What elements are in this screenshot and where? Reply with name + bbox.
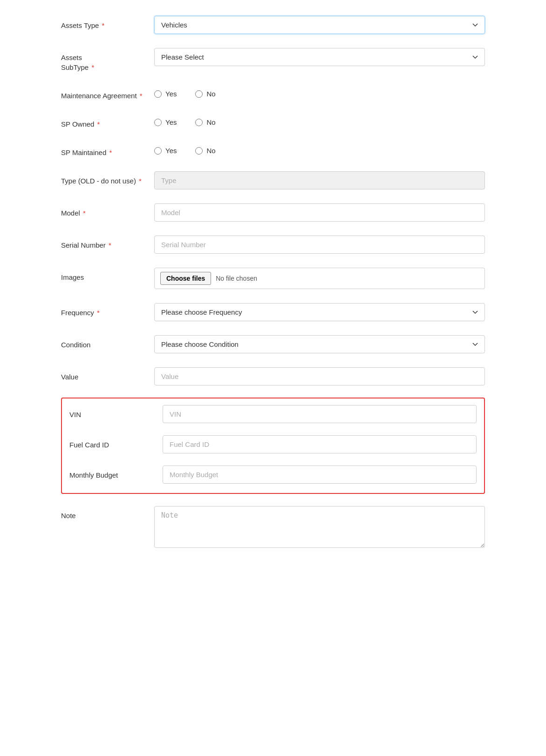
sp-owned-yes-radio[interactable] — [154, 119, 162, 126]
sp-maintained-yes-option[interactable]: Yes — [154, 147, 177, 155]
assets-type-select[interactable]: Vehicles — [154, 16, 485, 34]
sp-owned-control: Yes No — [154, 115, 485, 126]
type-old-row: Type (OLD - do not use) * — [61, 169, 485, 191]
sp-owned-no-radio[interactable] — [195, 119, 203, 126]
maintenance-agreement-yes-option[interactable]: Yes — [154, 90, 177, 98]
value-control — [154, 367, 485, 385]
maintenance-agreement-control: Yes No — [154, 86, 485, 98]
maintenance-agreement-yes-label: Yes — [165, 90, 177, 98]
model-label: Model * — [61, 203, 154, 218]
assets-subtype-label: AssetsSubType * — [61, 48, 154, 72]
sp-maintained-control: Yes No — [154, 143, 485, 155]
note-control — [154, 506, 485, 549]
serial-number-row: Serial Number * — [61, 234, 485, 256]
maintenance-agreement-yes-radio[interactable] — [154, 90, 162, 98]
maintenance-agreement-no-option[interactable]: No — [195, 90, 215, 98]
note-label: Note — [61, 506, 154, 520]
serial-number-control — [154, 236, 485, 254]
monthly-budget-label: Monthly Budget — [69, 466, 163, 480]
required-star: * — [89, 63, 94, 71]
sp-owned-yes-label: Yes — [165, 118, 177, 126]
fuel-card-id-input[interactable] — [163, 435, 477, 453]
maintenance-agreement-no-label: No — [206, 90, 215, 98]
maintenance-agreement-radio-group: Yes No — [154, 86, 485, 98]
required-star: * — [137, 177, 142, 185]
assets-subtype-row: AssetsSubType * Please Select — [61, 46, 485, 74]
assets-subtype-control: Please Select — [154, 48, 485, 66]
note-textarea[interactable] — [154, 506, 485, 548]
required-star: * — [81, 209, 86, 217]
no-file-chosen-text: No file chosen — [216, 275, 257, 282]
sp-owned-no-option[interactable]: No — [195, 118, 215, 126]
maintenance-agreement-label: Maintenance Agreement * — [61, 86, 154, 101]
required-star: * — [100, 21, 104, 29]
model-row: Model * — [61, 202, 485, 223]
sp-owned-row: SP Owned * Yes No — [61, 113, 485, 131]
assets-type-control: Vehicles — [154, 16, 485, 34]
sp-owned-no-label: No — [206, 118, 215, 126]
condition-label: Condition — [61, 335, 154, 350]
images-row: Images Choose files No file chosen — [61, 266, 485, 291]
frequency-row: Frequency * Please choose Frequency — [61, 301, 485, 323]
assets-type-row: Assets Type * Vehicles — [61, 14, 485, 36]
maintenance-agreement-no-radio[interactable] — [195, 90, 203, 98]
sp-maintained-no-radio[interactable] — [195, 147, 203, 155]
file-upload-wrapper: Choose files No file chosen — [154, 268, 485, 289]
sp-maintained-row: SP Maintained * Yes No — [61, 141, 485, 159]
vin-control — [163, 405, 477, 423]
maintenance-agreement-row: Maintenance Agreement * Yes No — [61, 84, 485, 102]
value-label: Value — [61, 367, 154, 382]
choose-files-button[interactable]: Choose files — [160, 272, 211, 285]
value-row: Value — [61, 365, 485, 387]
frequency-control: Please choose Frequency — [154, 303, 485, 321]
vehicles-highlighted-section: VIN Fuel Card ID Monthly Budget — [61, 398, 485, 494]
monthly-budget-input[interactable] — [163, 466, 477, 484]
type-old-label: Type (OLD - do not use) * — [61, 171, 154, 186]
images-label: Images — [61, 268, 154, 282]
condition-control: Please choose Condition — [154, 335, 485, 353]
sp-owned-radio-group: Yes No — [154, 115, 485, 126]
required-star: * — [95, 120, 100, 128]
sp-maintained-no-option[interactable]: No — [195, 147, 215, 155]
frequency-select[interactable]: Please choose Frequency — [154, 303, 485, 321]
form-container: Assets Type * Vehicles AssetsSubType * P… — [52, 9, 494, 566]
monthly-budget-control — [163, 466, 477, 484]
condition-row: Condition Please choose Condition — [61, 333, 485, 355]
sp-owned-label: SP Owned * — [61, 115, 154, 129]
vin-row: VIN — [69, 403, 477, 425]
frequency-label: Frequency * — [61, 303, 154, 317]
type-old-control — [154, 171, 485, 189]
note-row: Note — [61, 504, 485, 551]
required-star: * — [107, 241, 111, 249]
vin-input[interactable] — [163, 405, 477, 423]
required-star: * — [138, 92, 143, 100]
sp-maintained-yes-label: Yes — [165, 147, 177, 155]
condition-select[interactable]: Please choose Condition — [154, 335, 485, 353]
fuel-card-id-label: Fuel Card ID — [69, 435, 163, 450]
sp-owned-yes-option[interactable]: Yes — [154, 118, 177, 126]
sp-maintained-radio-group: Yes No — [154, 143, 485, 155]
model-input[interactable] — [154, 203, 485, 222]
fuel-card-id-row: Fuel Card ID — [69, 433, 477, 455]
required-star: * — [95, 309, 100, 317]
assets-type-label: Assets Type * — [61, 16, 154, 30]
value-input[interactable] — [154, 367, 485, 385]
sp-maintained-label: SP Maintained * — [61, 143, 154, 157]
type-old-input — [154, 171, 485, 189]
assets-subtype-select[interactable]: Please Select — [154, 48, 485, 66]
serial-number-label: Serial Number * — [61, 236, 154, 250]
model-control — [154, 203, 485, 222]
monthly-budget-row: Monthly Budget — [69, 464, 477, 486]
vin-label: VIN — [69, 405, 163, 419]
sp-maintained-yes-radio[interactable] — [154, 147, 162, 155]
serial-number-input[interactable] — [154, 236, 485, 254]
sp-maintained-no-label: No — [206, 147, 215, 155]
required-star: * — [107, 148, 112, 156]
fuel-card-id-control — [163, 435, 477, 453]
images-control: Choose files No file chosen — [154, 268, 485, 289]
